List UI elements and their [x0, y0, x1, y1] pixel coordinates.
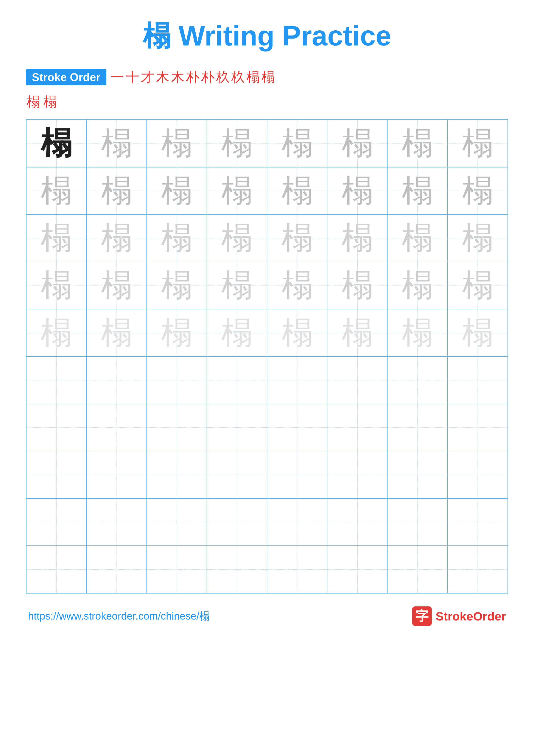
grid-cell[interactable] [387, 404, 447, 451]
grid-cell[interactable]: 榻 [447, 262, 508, 309]
grid-cell[interactable]: 榻 [387, 120, 447, 167]
grid-cell[interactable] [207, 546, 267, 593]
footer-logo: 字 StrokeOrder [412, 607, 506, 626]
footer-url[interactable]: https://www.strokeorder.com/chinese/榻 [28, 609, 210, 623]
grid-cell[interactable]: 榻 [147, 262, 207, 309]
grid-cell[interactable]: 榻 [447, 309, 508, 357]
grid-cell[interactable]: 榻 [26, 120, 87, 167]
grid-cell[interactable] [327, 357, 387, 404]
grid-cell[interactable]: 榻 [387, 309, 447, 357]
grid-cell[interactable] [26, 499, 87, 546]
page: 榻 Writing Practice Stroke Order 一 十 才 木 … [0, 0, 534, 756]
grid-cell[interactable] [447, 499, 508, 546]
grid-cell[interactable]: 榻 [207, 120, 267, 167]
stroke-order-section: Stroke Order 一 十 才 木 木 朴 朴 杦 杦 榻 榻 [26, 68, 508, 86]
grid-cell[interactable] [147, 357, 207, 404]
grid-cell[interactable] [87, 546, 146, 593]
grid-cell[interactable] [327, 499, 387, 546]
grid-cell[interactable] [327, 546, 387, 593]
grid-cell[interactable]: 榻 [87, 167, 146, 215]
grid-cell[interactable]: 榻 [447, 167, 508, 215]
grid-cell[interactable] [147, 499, 207, 546]
grid-cell[interactable] [87, 451, 146, 499]
grid-cell[interactable] [26, 357, 87, 404]
grid-cell[interactable]: 榻 [87, 309, 146, 357]
grid-cell[interactable] [387, 546, 447, 593]
grid-cell[interactable] [26, 404, 87, 451]
grid-cell[interactable] [207, 451, 267, 499]
grid-cell[interactable] [207, 357, 267, 404]
grid-cell[interactable]: 榻 [447, 120, 508, 167]
grid-cell[interactable]: 榻 [147, 167, 207, 215]
grid-cell[interactable] [267, 499, 327, 546]
grid-cell[interactable]: 榻 [207, 214, 267, 262]
logo-text: StrokeOrder [436, 609, 506, 623]
grid-cell[interactable]: 榻 [87, 120, 146, 167]
grid-cell[interactable] [267, 357, 327, 404]
grid-cell[interactable] [267, 546, 327, 593]
grid-cell[interactable]: 榻 [207, 309, 267, 357]
grid-cell[interactable]: 榻 [26, 309, 87, 357]
grid-cell[interactable]: 榻 [327, 309, 387, 357]
grid-cell[interactable]: 榻 [267, 167, 327, 215]
grid-cell[interactable]: 榻 [26, 214, 87, 262]
grid-cell[interactable]: 榻 [147, 120, 207, 167]
grid-cell[interactable]: 榻 [267, 309, 327, 357]
grid-cell[interactable]: 榻 [26, 167, 87, 215]
grid-cell[interactable] [87, 404, 146, 451]
grid-cell[interactable] [387, 357, 447, 404]
grid-cell[interactable] [267, 404, 327, 451]
grid-cell[interactable]: 榻 [387, 214, 447, 262]
grid-cell[interactable]: 榻 [87, 262, 146, 309]
stroke-order-badge: Stroke Order [26, 69, 106, 85]
practice-grid: 榻 榻 榻 榻 榻 榻 榻 榻 榻 榻 榻 榻 榻 榻 榻 榻 榻 榻 榻 榻 … [26, 120, 508, 594]
grid-cell[interactable]: 榻 [147, 309, 207, 357]
grid-cell[interactable] [447, 546, 508, 593]
grid-cell[interactable] [447, 357, 508, 404]
page-title: 榻 Writing Practice [26, 17, 508, 55]
grid-cell[interactable] [327, 451, 387, 499]
grid-cell[interactable] [207, 499, 267, 546]
grid-cell[interactable]: 榻 [267, 120, 327, 167]
grid-cell[interactable]: 榻 [267, 214, 327, 262]
grid-cell[interactable] [147, 404, 207, 451]
grid-cell[interactable]: 榻 [147, 214, 207, 262]
grid-cell[interactable]: 榻 [267, 262, 327, 309]
grid-cell[interactable] [387, 451, 447, 499]
footer: https://www.strokeorder.com/chinese/榻 字 … [26, 607, 508, 626]
grid-cell[interactable] [26, 451, 87, 499]
grid-cell[interactable]: 榻 [207, 262, 267, 309]
grid-cell[interactable] [447, 451, 508, 499]
grid-cell[interactable]: 榻 [327, 167, 387, 215]
grid-cell[interactable] [26, 546, 87, 593]
grid-cell[interactable]: 榻 [26, 262, 87, 309]
grid-cell[interactable] [147, 546, 207, 593]
grid-cell[interactable]: 榻 [387, 262, 447, 309]
grid-cell[interactable]: 榻 [327, 120, 387, 167]
stroke-sequence-line1: 一 十 才 木 木 朴 朴 杦 杦 榻 榻 [111, 68, 275, 86]
grid-cell[interactable]: 榻 [447, 214, 508, 262]
grid-cell[interactable]: 榻 [387, 167, 447, 215]
grid-cell[interactable] [387, 499, 447, 546]
grid-cell[interactable]: 榻 [207, 167, 267, 215]
grid-cell[interactable] [207, 404, 267, 451]
stroke-sequence-line2: 榻 榻 [27, 93, 508, 111]
grid-cell[interactable] [147, 451, 207, 499]
grid-cell[interactable]: 榻 [327, 262, 387, 309]
logo-icon: 字 [412, 607, 432, 626]
grid-cell[interactable] [327, 404, 387, 451]
grid-cell[interactable] [447, 404, 508, 451]
grid-cell[interactable] [87, 499, 146, 546]
grid-cell[interactable]: 榻 [327, 214, 387, 262]
grid-cell[interactable]: 榻 [87, 214, 146, 262]
grid-cell[interactable] [267, 451, 327, 499]
grid-cell[interactable] [87, 357, 146, 404]
